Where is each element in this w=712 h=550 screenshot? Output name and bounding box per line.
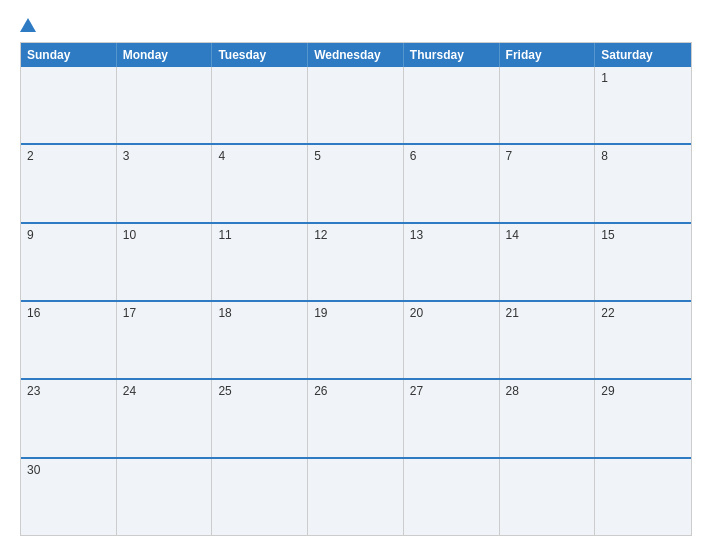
day-number: 28 — [506, 384, 519, 398]
day-number: 13 — [410, 228, 423, 242]
day-number: 21 — [506, 306, 519, 320]
calendar-cell: 6 — [404, 145, 500, 221]
calendar-cell: 26 — [308, 380, 404, 456]
calendar-cell: 10 — [117, 224, 213, 300]
header-day-wednesday: Wednesday — [308, 43, 404, 67]
day-number: 7 — [506, 149, 513, 163]
calendar-body: 1234567891011121314151617181920212223242… — [21, 67, 691, 535]
calendar-cell: 3 — [117, 145, 213, 221]
day-number: 25 — [218, 384, 231, 398]
calendar-cell: 29 — [595, 380, 691, 456]
calendar-cell — [212, 459, 308, 535]
calendar-cell: 20 — [404, 302, 500, 378]
header-day-sunday: Sunday — [21, 43, 117, 67]
day-number: 30 — [27, 463, 40, 477]
calendar-cell: 25 — [212, 380, 308, 456]
calendar-cell: 12 — [308, 224, 404, 300]
day-number: 10 — [123, 228, 136, 242]
calendar-cell — [404, 459, 500, 535]
calendar-cell: 30 — [21, 459, 117, 535]
day-number: 4 — [218, 149, 225, 163]
calendar-cell — [117, 67, 213, 143]
header-day-tuesday: Tuesday — [212, 43, 308, 67]
calendar-cell: 7 — [500, 145, 596, 221]
calendar-cell: 21 — [500, 302, 596, 378]
day-number: 16 — [27, 306, 40, 320]
calendar-cell: 8 — [595, 145, 691, 221]
calendar-cell: 19 — [308, 302, 404, 378]
calendar-week-6: 30 — [21, 457, 691, 535]
day-number: 1 — [601, 71, 608, 85]
logo-blue-row — [20, 18, 40, 32]
calendar-week-1: 1 — [21, 67, 691, 143]
day-number: 2 — [27, 149, 34, 163]
calendar-cell — [404, 67, 500, 143]
calendar-header: SundayMondayTuesdayWednesdayThursdayFrid… — [21, 43, 691, 67]
calendar-cell: 15 — [595, 224, 691, 300]
calendar-cell: 16 — [21, 302, 117, 378]
calendar-cell — [500, 67, 596, 143]
calendar-cell: 1 — [595, 67, 691, 143]
day-number: 22 — [601, 306, 614, 320]
calendar-cell: 17 — [117, 302, 213, 378]
calendar-grid: SundayMondayTuesdayWednesdayThursdayFrid… — [20, 42, 692, 536]
calendar-cell: 24 — [117, 380, 213, 456]
calendar-cell — [117, 459, 213, 535]
calendar-week-2: 2345678 — [21, 143, 691, 221]
day-number: 23 — [27, 384, 40, 398]
calendar-cell: 23 — [21, 380, 117, 456]
day-number: 18 — [218, 306, 231, 320]
header-day-monday: Monday — [117, 43, 213, 67]
calendar-page: SundayMondayTuesdayWednesdayThursdayFrid… — [0, 0, 712, 550]
day-number: 24 — [123, 384, 136, 398]
logo-triangle-icon — [20, 18, 36, 32]
day-number: 17 — [123, 306, 136, 320]
header-day-friday: Friday — [500, 43, 596, 67]
day-number: 14 — [506, 228, 519, 242]
calendar-cell — [595, 459, 691, 535]
calendar-cell — [500, 459, 596, 535]
calendar-cell: 13 — [404, 224, 500, 300]
calendar-cell: 11 — [212, 224, 308, 300]
calendar-cell — [21, 67, 117, 143]
day-number: 9 — [27, 228, 34, 242]
day-number: 26 — [314, 384, 327, 398]
day-number: 6 — [410, 149, 417, 163]
header-day-thursday: Thursday — [404, 43, 500, 67]
day-number: 12 — [314, 228, 327, 242]
header-day-saturday: Saturday — [595, 43, 691, 67]
calendar-cell: 27 — [404, 380, 500, 456]
logo — [20, 18, 40, 32]
day-number: 11 — [218, 228, 231, 242]
day-number: 19 — [314, 306, 327, 320]
calendar-cell: 4 — [212, 145, 308, 221]
calendar-cell — [212, 67, 308, 143]
calendar-cell: 5 — [308, 145, 404, 221]
calendar-cell: 28 — [500, 380, 596, 456]
calendar-cell — [308, 67, 404, 143]
day-number: 8 — [601, 149, 608, 163]
calendar-week-5: 23242526272829 — [21, 378, 691, 456]
day-number: 3 — [123, 149, 130, 163]
day-number: 20 — [410, 306, 423, 320]
calendar-cell: 9 — [21, 224, 117, 300]
day-number: 15 — [601, 228, 614, 242]
calendar-week-4: 16171819202122 — [21, 300, 691, 378]
page-header — [20, 18, 692, 32]
calendar-cell — [308, 459, 404, 535]
day-number: 27 — [410, 384, 423, 398]
calendar-cell: 2 — [21, 145, 117, 221]
calendar-cell: 14 — [500, 224, 596, 300]
day-number: 29 — [601, 384, 614, 398]
calendar-week-3: 9101112131415 — [21, 222, 691, 300]
calendar-cell: 22 — [595, 302, 691, 378]
calendar-cell: 18 — [212, 302, 308, 378]
day-number: 5 — [314, 149, 321, 163]
